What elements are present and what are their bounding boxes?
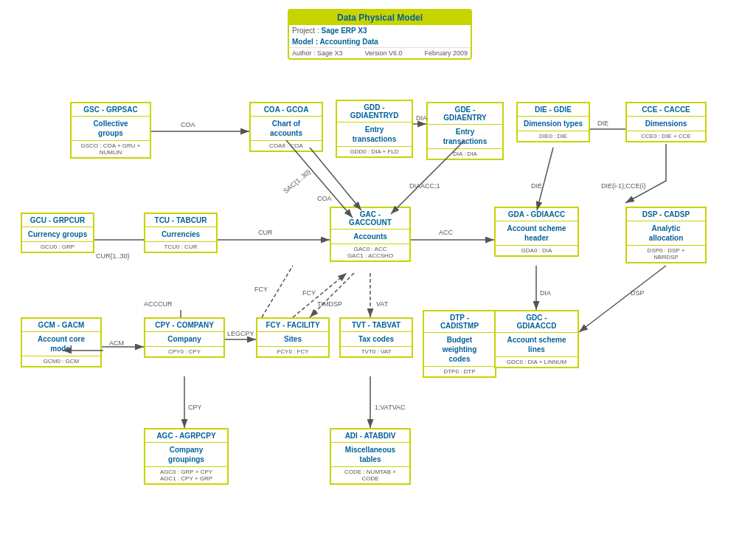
entity-tcu-header: TCU - TABCUR xyxy=(145,214,216,227)
entity-dsp-header: DSP - CADSP xyxy=(627,208,705,221)
entity-agc: AGC - AGRPCPY Companygroupings AGC0 : GR… xyxy=(144,428,229,485)
entity-gac: GAC -GACCOUNT Accounts GAC0 : ACCGAC1 : … xyxy=(330,207,411,262)
entity-gsc-footer: GSCO : COA + GRU +NUMLIN xyxy=(72,140,150,157)
entity-tcu-name: Currencies xyxy=(148,229,213,239)
svg-text:ACCCUR: ACCCUR xyxy=(144,300,173,308)
svg-text:1;VATVAC: 1;VATVAC xyxy=(375,404,406,411)
header-meta: Author : Sage X3 Version V6.0 February 2… xyxy=(289,47,471,58)
svg-text:VAT: VAT xyxy=(376,300,389,308)
entity-dtp-header: DTP -CADISTMP xyxy=(424,311,495,333)
entity-adi-name: Miscellaneoustables xyxy=(334,445,406,464)
entity-gde-name: Entrytransactions xyxy=(431,127,499,146)
svg-text:ACC: ACC xyxy=(439,229,454,236)
entity-coa-name: Chart ofaccounts xyxy=(254,119,319,138)
entity-adi-header: ADI - ATABDIV xyxy=(331,429,409,443)
entity-gac-body: Accounts xyxy=(331,229,409,244)
entity-gdc: GDC -GDIAACCD Account schemelines GDC0 :… xyxy=(494,310,579,368)
svg-text:DIA: DIA xyxy=(540,289,551,297)
svg-text:DIE: DIE xyxy=(531,182,542,190)
entity-fcy-body: Sites xyxy=(257,332,328,346)
svg-text:COA: COA xyxy=(181,121,195,128)
entity-gde-header: GDE -GDIAENTRY xyxy=(428,103,502,125)
entity-dsp: DSP - CADSP Analyticallocation DSP0 : DS… xyxy=(625,207,707,263)
entity-gda-header: GDA - GDIAACC xyxy=(496,208,578,221)
entity-gac-footer: GAC0 : ACCGAC1 : ACCSHO xyxy=(331,244,409,260)
svg-line-36 xyxy=(293,273,347,317)
svg-text:DIE: DIE xyxy=(597,120,608,127)
entity-gdc-header: GDC -GDIAACCD xyxy=(496,311,578,333)
version-text: Version V6.0 xyxy=(364,49,402,57)
project-value: Sage ERP X3 xyxy=(321,27,367,35)
entity-gcm: GCM - GACM Account coremodel GCM0 : GCM xyxy=(21,317,102,367)
header-model: Model : Accounting Data xyxy=(289,36,471,47)
entity-cce-header: CCE - CACCE xyxy=(627,103,705,117)
entity-gcu-body: Currency groups xyxy=(22,227,93,241)
entity-gda-body: Account schemeheader xyxy=(496,221,578,245)
entity-agc-header: AGC - AGRPCPY xyxy=(145,429,227,443)
entity-gac-name: Accounts xyxy=(334,232,406,241)
entity-dtp-body: Budgetweightingcodes xyxy=(424,333,495,366)
entity-gsc: GSC - GRPSAC Collectivegroups GSCO : COA… xyxy=(70,102,151,159)
project-label: Project : xyxy=(292,27,319,35)
entity-tcu-footer: TCU0 : CUR xyxy=(145,241,216,252)
entity-gcm-name: Account coremodel xyxy=(25,334,97,353)
entity-tvt-header: TVT - TABVAT xyxy=(341,319,412,332)
entity-gda-footer: GDA0 : DIA xyxy=(496,245,578,255)
entity-gcu-name: Currency groups xyxy=(25,229,90,239)
entity-gdd-body: Entrytransactions xyxy=(337,122,412,146)
entity-fcy: FCY - FACILITY Sites FCY0 : FCY xyxy=(256,317,330,358)
svg-line-28 xyxy=(579,266,666,332)
svg-text:CUR: CUR xyxy=(258,229,273,236)
entity-gda-name: Account schemeheader xyxy=(499,224,575,243)
entity-coa-header: COA - GCOA xyxy=(251,103,322,117)
svg-line-11 xyxy=(537,148,553,210)
date-text: February 2009 xyxy=(424,49,468,57)
entity-agc-footer: AGC0 : GRP + CPYAGC1 : CPY + GRP xyxy=(145,466,227,483)
entity-gdd-footer: GDD0 : DIA + FLD xyxy=(337,146,412,156)
entity-fcy-footer: FCY0 : FCY xyxy=(257,346,328,356)
entity-cpy-name: Company xyxy=(148,334,221,344)
header-box: Data Physical Model Project : Sage ERP X… xyxy=(288,9,472,60)
entity-dsp-name: Analyticallocation xyxy=(630,224,702,243)
entity-die: DIE - GDIE Dimension types DIE0 : DIE xyxy=(516,102,590,142)
entity-die-name: Dimension types xyxy=(521,119,586,128)
entity-dsp-footer: DSP0 : DSP +NBRDSP xyxy=(627,245,705,262)
entity-gcu: GCU - GRPCUR Currency groups GCU0 : GRP xyxy=(21,213,94,253)
entity-gda: GDA - GDIAACC Account schemeheader GDA0 … xyxy=(494,207,579,257)
entity-gdc-body: Account schemelines xyxy=(496,333,578,356)
svg-text:FCY: FCY xyxy=(302,289,316,297)
entity-cpy-body: Company xyxy=(145,332,223,346)
header-title: Data Physical Model xyxy=(289,10,471,25)
entity-gcm-footer: GCM0 : GCM xyxy=(22,356,100,366)
entity-dtp-name: Budgetweightingcodes xyxy=(427,335,492,364)
svg-text:COA: COA xyxy=(317,195,332,202)
entity-cpy-header: CPY - COMPANY xyxy=(145,319,223,332)
svg-text:CUR{1..30}: CUR{1..30} xyxy=(96,252,130,260)
entity-cce-body: Dimensions xyxy=(627,117,705,131)
entity-dtp: DTP -CADISTMP Budgetweightingcodes DTP0 … xyxy=(423,310,496,378)
entity-gac-header: GAC -GACCOUNT xyxy=(331,208,409,229)
entity-cce-name: Dimensions xyxy=(630,119,702,128)
svg-text:DIAACC;1: DIAACC;1 xyxy=(409,182,440,190)
svg-text:TIMDSP: TIMDSP xyxy=(317,300,342,308)
entity-gsc-body: Collectivegroups xyxy=(72,117,150,140)
entity-dsp-body: Analyticallocation xyxy=(627,221,705,245)
svg-text:FCY: FCY xyxy=(254,286,268,293)
header-project: Project : Sage ERP X3 xyxy=(289,25,471,36)
entity-gsc-name: Collectivegroups xyxy=(74,119,147,138)
entity-gcm-body: Account coremodel xyxy=(22,332,100,356)
entity-dtp-footer: DTP0 : DTP xyxy=(424,366,495,376)
entity-gdc-footer: GDC0 : DIA + LINNUM xyxy=(496,356,578,367)
entity-gdd-name: Entrytransactions xyxy=(340,125,409,144)
model-value: Model : Accounting Data xyxy=(292,38,378,46)
entity-cpy-footer: CPY0 : CPY xyxy=(145,346,223,356)
entity-die-header: DIE - GDIE xyxy=(518,103,589,117)
svg-line-24 xyxy=(310,273,354,317)
diagram-container: Data Physical Model Project : Sage ERP X… xyxy=(0,0,756,535)
entity-gde: GDE -GDIAENTRY Entrytransactions DIA : D… xyxy=(426,102,504,160)
entity-adi-footer: CODE : NUMTAB +CODE xyxy=(331,466,409,483)
entity-tcu: TCU - TABCUR Currencies TCU0 : CUR xyxy=(144,213,218,253)
entity-gdd: GDD -GDIAENTRYD Entrytransactions GDD0 :… xyxy=(336,100,413,158)
entity-agc-name: Companygroupings xyxy=(148,445,224,464)
entity-coa: COA - GCOA Chart ofaccounts COA8 : COA xyxy=(249,102,323,152)
